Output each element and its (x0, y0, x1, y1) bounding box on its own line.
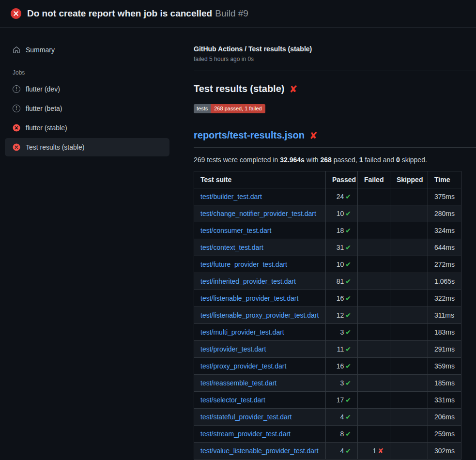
passed-count: 10 (337, 261, 344, 268)
table-row: test/provider_test.dart11✔291ms (194, 341, 461, 358)
failed-cell (358, 341, 390, 358)
section-title: Test results (stable) ✘ (194, 83, 476, 94)
passed-count: 24 (337, 193, 344, 200)
suite-cell: test/reassemble_test.dart (194, 375, 326, 392)
passed-cell: 8✔ (326, 426, 358, 443)
skipped-cell (390, 222, 428, 239)
passed-count: 18 (337, 227, 344, 234)
table-row: test/multi_provider_test.dart3✔183ms (194, 324, 461, 341)
passed-count: 81 (337, 277, 344, 285)
test-suite-link[interactable]: test/multi_provider_test.dart (200, 328, 284, 336)
sidebar-item-test-results-stable[interactable]: Test results (stable) (5, 138, 169, 156)
passed-count: 11 (337, 345, 344, 353)
time-cell: 375ms (428, 188, 461, 205)
time-cell: 291ms (428, 341, 461, 358)
passed-cell: 10✔ (326, 256, 358, 273)
test-suite-link[interactable]: test/value_listenable_provider_test.dart (200, 447, 319, 455)
sidebar-item-label: flutter (dev) (26, 84, 60, 94)
column-header-time: Time (428, 171, 461, 188)
test-suite-link[interactable]: test/reassemble_test.dart (200, 379, 276, 387)
failed-cell (358, 290, 390, 307)
passed-cell: 16✔ (326, 358, 358, 375)
passed-cell: 24✔ (326, 188, 358, 205)
passed-count: 10 (337, 210, 344, 217)
passed-count: 3 (340, 328, 344, 336)
report-file-link[interactable]: reports/test-results.json (194, 130, 305, 141)
check-icon: ✔ (345, 328, 351, 336)
table-header-row: Test suite Passed Failed Skipped Time (194, 171, 461, 188)
failed-cell (358, 358, 390, 375)
failed-cell (358, 256, 390, 273)
check-icon: ✔ (345, 193, 351, 200)
report-heading: reports/test-results.json ✘ (194, 130, 476, 148)
check-icon: ✔ (345, 362, 351, 370)
test-suite-link[interactable]: test/provider_test.dart (200, 345, 266, 353)
summary-duration: 32.964s (280, 156, 305, 164)
passed-cell: 12✔ (326, 307, 358, 324)
passed-count: 8 (340, 430, 344, 438)
failed-cell (358, 392, 390, 409)
time-cell: 259ms (428, 426, 461, 443)
skipped-cell (390, 392, 428, 409)
failed-count: 1 (372, 447, 376, 455)
sidebar-item-summary[interactable]: Summary (5, 41, 169, 59)
sidebar-item-label: Summary (26, 45, 55, 55)
passed-cell: 11✔ (326, 341, 358, 358)
section-title-text: Test results (stable) (194, 83, 284, 94)
check-icon: ✔ (345, 294, 351, 302)
table-row: test/listenable_proxy_provider_test.dart… (194, 307, 461, 324)
failed-cell (358, 409, 390, 426)
status-line: failed 5 hours ago in 0s (194, 56, 476, 62)
table-row: test/selector_test.dart17✔331ms (194, 392, 461, 409)
table-row: test/reassemble_test.dart3✔185ms (194, 375, 461, 392)
test-suite-link[interactable]: test/proxy_provider_test.dart (200, 362, 286, 370)
skipped-cell (390, 256, 428, 273)
table-row: test/change_notifier_provider_test.dart1… (194, 205, 461, 222)
test-suite-link[interactable]: test/builder_test.dart (200, 193, 262, 200)
passed-cell: 3✔ (326, 375, 358, 392)
badge-label: tests (194, 104, 211, 113)
test-suite-link[interactable]: test/inherited_provider_test.dart (200, 277, 296, 285)
table-row: test/proxy_provider_test.dart16✔359ms (194, 358, 461, 375)
failed-cell (358, 307, 390, 324)
run-title: Do not create report when job is cancell… (27, 8, 212, 18)
test-suite-link[interactable]: test/future_provider_test.dart (200, 261, 287, 268)
table-row: test/stateful_provider_test.dart4✔206ms (194, 409, 461, 426)
passed-cell: 81✔ (326, 273, 358, 290)
neutral-status-icon (13, 85, 20, 93)
test-suite-link[interactable]: test/stateful_provider_test.dart (200, 413, 292, 421)
summary-failed-count: 1 (359, 156, 363, 164)
skipped-cell (390, 273, 428, 290)
test-suite-link[interactable]: test/stream_provider_test.dart (200, 430, 291, 438)
test-suite-link[interactable]: test/context_test.dart (200, 244, 263, 251)
time-cell: 302ms (428, 443, 461, 460)
suite-cell: test/provider_test.dart (194, 341, 326, 358)
test-suite-link[interactable]: test/change_notifier_provider_test.dart (200, 210, 316, 217)
sidebar-item-flutter-beta[interactable]: flutter (beta) (5, 99, 169, 118)
passed-cell: 17✔ (326, 392, 358, 409)
skipped-cell (390, 375, 428, 392)
check-icon: ✔ (345, 345, 351, 353)
skipped-cell (390, 426, 428, 443)
table-row: test/listenable_provider_test.dart16✔322… (194, 290, 461, 307)
table-row: test/builder_test.dart24✔375ms (194, 188, 461, 205)
check-icon: ✔ (345, 396, 351, 404)
passed-cell: 3✔ (326, 324, 358, 341)
passed-cell: 16✔ (326, 290, 358, 307)
test-suite-link[interactable]: test/listenable_proxy_provider_test.dart (200, 311, 319, 319)
summary-passed-count: 268 (321, 156, 332, 164)
summary-text: 269 tests were completed in (194, 156, 280, 164)
test-suite-link[interactable]: test/selector_test.dart (200, 396, 265, 404)
cross-icon: ✘ (378, 447, 384, 455)
table-row: test/consumer_test.dart18✔324ms (194, 222, 461, 239)
test-suite-link[interactable]: test/consumer_test.dart (200, 227, 271, 234)
test-suite-link[interactable]: test/listenable_provider_test.dart (200, 294, 298, 302)
sidebar-item-flutter-stable[interactable]: flutter (stable) (5, 119, 169, 137)
divider (194, 71, 476, 71)
check-icon: ✔ (345, 379, 351, 387)
time-cell: 331ms (428, 392, 461, 409)
passed-cell: 10✔ (326, 205, 358, 222)
neutral-status-icon (13, 105, 20, 112)
time-cell: 644ms (428, 239, 461, 256)
sidebar-item-flutter-dev[interactable]: flutter (dev) (5, 80, 169, 98)
